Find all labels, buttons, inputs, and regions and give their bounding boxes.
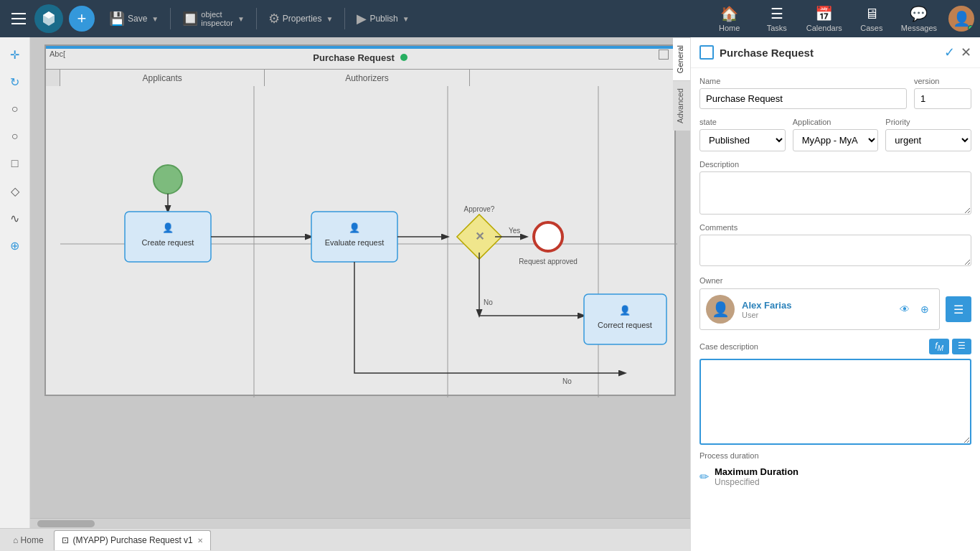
owner-name: Alex Farias — [742, 300, 889, 311]
owner-actions: 👁 ⊕ — [896, 301, 933, 318]
tool-navigate[interactable]: ↻ — [4, 70, 27, 93]
case-desc-textarea[interactable] — [699, 359, 971, 445]
end-event — [534, 222, 562, 251]
tool-diamond[interactable]: ◇ — [4, 179, 27, 202]
calendars-icon: 📅 — [815, 5, 833, 22]
svg-text:No: No — [484, 298, 493, 306]
nav-tasks[interactable]: ☰ Tasks — [759, 5, 795, 32]
properties-caret: ▼ — [326, 15, 334, 23]
publish-label: Publish — [369, 14, 397, 24]
tool-circle1[interactable]: ○ — [4, 98, 27, 121]
diagram-container: Abc[ Purchase Request Applicants Authori… — [44, 44, 676, 396]
case-desc-header: Case description fM ☰ — [699, 339, 971, 354]
svg-text:👤: 👤 — [619, 304, 631, 316]
comments-label: Comments — [699, 223, 971, 232]
save-group[interactable]: 💾 Save ▼ — [103, 8, 164, 29]
sep2 — [256, 8, 257, 29]
calendars-label: Calendars — [806, 24, 842, 32]
svg-text:👤: 👤 — [162, 222, 174, 234]
comments-textarea[interactable] — [699, 235, 971, 266]
tool-add-shape[interactable]: ⊕ — [4, 234, 27, 257]
object-inspector-caret: ▼ — [237, 15, 245, 23]
nav-messages[interactable]: 💬 Messages — [901, 5, 937, 32]
hamburger-menu[interactable] — [6, 6, 32, 32]
add-button[interactable]: + — [69, 6, 95, 32]
description-label: Description — [699, 160, 971, 169]
tab-close-button[interactable]: ✕ — [197, 537, 203, 545]
version-input[interactable] — [914, 88, 971, 109]
tool-circle2[interactable]: ○ — [4, 125, 27, 148]
cases-label: Cases — [860, 24, 882, 32]
name-input[interactable] — [699, 88, 907, 109]
nav-calendars[interactable]: 📅 Calendars — [806, 5, 842, 32]
application-select[interactable]: MyApp - MyA — [793, 129, 879, 151]
sep1 — [170, 8, 171, 29]
user-avatar[interactable]: 👤 — [948, 6, 974, 32]
tasks-icon: ☰ — [771, 5, 783, 22]
object-inspector-icon: 🔲 — [182, 11, 198, 27]
owner-row: 👤 Alex Farias User 👁 ⊕ ☰ — [699, 288, 971, 330]
owner-label-row: Owner — [699, 275, 971, 286]
online-status — [968, 25, 974, 31]
svg-text:👤: 👤 — [349, 222, 361, 234]
owner-avatar: 👤 — [706, 295, 735, 324]
tab-label: (MYAPP) Purchase Request v1 — [73, 535, 193, 545]
tool-move[interactable]: ✛ — [4, 43, 27, 66]
svg-text:Correct request: Correct request — [598, 321, 652, 329]
process-tab[interactable]: ⊡ (MYAPP) Purchase Request v1 ✕ — [54, 530, 211, 550]
max-duration-edit-icon[interactable]: ✏ — [699, 470, 709, 484]
scrollbar-thumb[interactable] — [37, 520, 95, 527]
max-duration-row: ✏ Maximum Duration Unspecified — [699, 466, 971, 487]
gateway-label: Approve? — [464, 205, 495, 213]
properties-icon: ⚙ — [268, 11, 280, 27]
canvas-area: Abc[ Purchase Request Applicants Authori… — [30, 37, 690, 528]
priority-field-group: Priority urgent high normal low — [885, 118, 971, 151]
publish-icon: ▶ — [357, 11, 367, 27]
horizontal-scrollbar[interactable] — [30, 518, 690, 528]
process-duration-section: Process duration ✏ Maximum Duration Unsp… — [699, 450, 971, 487]
tool-rect[interactable]: □ — [4, 152, 27, 175]
svg-text:Create request: Create request — [142, 238, 194, 247]
case-desc-edit-btn[interactable]: ☰ — [952, 339, 971, 354]
sep3 — [344, 8, 345, 29]
name-label: Name — [699, 77, 907, 85]
lane-headers: Applicants Authorizers — [46, 69, 674, 86]
case-desc-formula-btn[interactable]: fM — [929, 339, 949, 354]
case-desc-actions: fM ☰ — [929, 339, 971, 354]
save-caret: ▼ — [151, 15, 159, 23]
description-textarea[interactable] — [699, 171, 971, 215]
max-duration-value: Unspecified — [715, 477, 798, 487]
nav-cases[interactable]: 🖥 Cases — [854, 6, 890, 32]
tool-wave[interactable]: ∿ — [4, 207, 27, 230]
lane-header-spacer — [46, 70, 60, 86]
state-app-priority-row: state Published Draft Disabled Applicati… — [699, 118, 971, 151]
owner-add-button[interactable]: ⊕ — [916, 301, 933, 318]
tab-general[interactable]: General — [673, 37, 690, 80]
home-tab[interactable]: ⌂ Home — [6, 532, 51, 548]
empty-header — [470, 70, 674, 86]
svg-text:Request approved: Request approved — [519, 258, 578, 265]
publish-group[interactable]: ▶ Publish ▼ — [351, 8, 415, 29]
owner-box: 👤 Alex Farias User 👁 ⊕ — [699, 288, 940, 330]
owner-assign-button[interactable]: ☰ — [946, 296, 971, 322]
priority-select[interactable]: urgent high normal low — [885, 129, 971, 151]
svg-text:No: No — [562, 377, 572, 385]
owner-view-button[interactable]: 👁 — [896, 301, 913, 318]
diagram-header: Purchase Request — [46, 46, 674, 69]
comments-field-group: Comments — [699, 223, 971, 266]
nav-home[interactable]: 🏠 Home — [712, 5, 748, 32]
max-duration-info: Maximum Duration Unspecified — [715, 466, 798, 487]
right-panel: Purchase Request ✓ ✕ Name version state … — [690, 37, 980, 551]
description-field-group: Description — [699, 160, 971, 215]
properties-group[interactable]: ⚙ Properties ▼ — [263, 8, 339, 29]
tab-advanced[interactable]: Advanced — [673, 80, 690, 131]
object-inspector-group[interactable]: 🔲 object inspector ▼ — [176, 7, 250, 30]
diagram-svg: 👤 Create request 👤 Evaluate request ✕ Ap… — [60, 86, 677, 397]
panel-title: Purchase Request — [720, 47, 938, 59]
tab-icon: ⊡ — [62, 535, 69, 545]
state-label: state — [699, 118, 786, 126]
state-select[interactable]: Published Draft Disabled — [699, 129, 786, 151]
panel-close-button[interactable]: ✕ — [961, 44, 971, 60]
svg-text:Yes: Yes — [509, 227, 520, 235]
panel-confirm-button[interactable]: ✓ — [944, 44, 955, 60]
